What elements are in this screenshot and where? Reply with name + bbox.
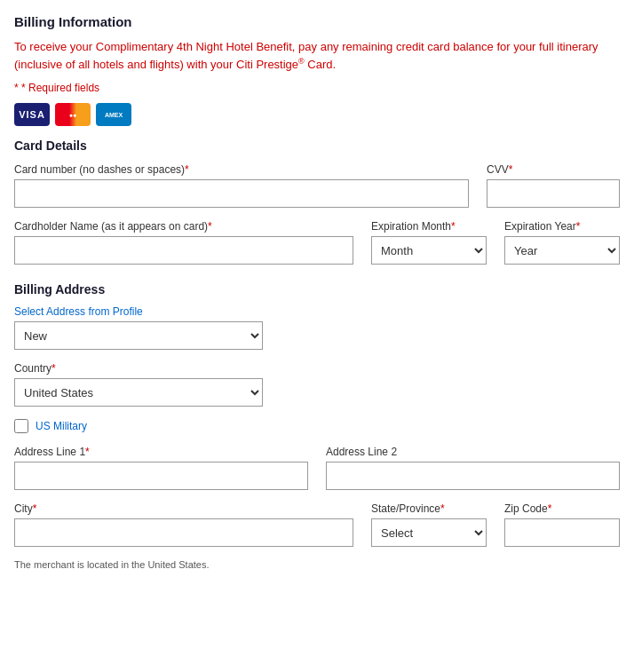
mastercard-logo: ●●: [55, 103, 91, 126]
address-line2-input[interactable]: [326, 462, 620, 490]
card-number-cvv-row: Card number (no dashes or spaces)* CVV*: [14, 163, 620, 208]
country-group: Country* United States Canada United Kin…: [14, 362, 263, 407]
country-label: Country*: [14, 362, 263, 375]
card-number-label: Card number (no dashes or spaces)*: [14, 163, 469, 176]
address-line2-group: Address Line 2: [326, 446, 620, 490]
select-address-group: Select Address from Profile New Home Wor…: [14, 305, 263, 350]
required-note: * * Required fields: [14, 82, 620, 94]
city-group: City*: [14, 502, 353, 547]
city-input[interactable]: [14, 518, 353, 547]
address-line1-input[interactable]: [14, 462, 308, 490]
city-state-zip-row: City* State/Province* Select ALAKAZAR CA…: [14, 502, 620, 547]
exp-year-group: Expiration Year* Year 202420252026 20272…: [504, 220, 620, 265]
amex-logo: AMEX: [96, 103, 131, 126]
zip-input[interactable]: [504, 518, 620, 547]
card-number-input[interactable]: [14, 179, 469, 208]
city-label: City*: [14, 502, 353, 515]
address-lines-row: Address Line 1* Address Line 2: [14, 446, 620, 490]
exp-year-select[interactable]: Year 202420252026 202720282029 2030: [504, 236, 620, 265]
cvv-input[interactable]: [487, 179, 620, 208]
address-line2-label: Address Line 2: [326, 446, 620, 458]
zip-label: Zip Code*: [504, 502, 620, 515]
cardholder-input[interactable]: [14, 236, 353, 265]
card-details-title: Card Details: [14, 138, 620, 153]
zip-group: Zip Code*: [504, 502, 620, 547]
merchant-note: The merchant is located in the United St…: [14, 559, 620, 570]
cvv-label: CVV*: [487, 163, 620, 176]
address-line1-group: Address Line 1*: [14, 446, 308, 490]
card-logos: VISA ●● AMEX: [14, 103, 620, 126]
state-group: State/Province* Select ALAKAZAR CACOCTDE…: [371, 502, 487, 547]
exp-month-group: Expiration Month* Month 010203 040506 07…: [371, 220, 487, 265]
state-label: State/Province*: [371, 502, 487, 515]
cardholder-label: Cardholder Name (as it appears on card)*: [14, 220, 353, 233]
select-address-label: Select Address from Profile: [14, 305, 263, 318]
visa-logo: VISA: [14, 103, 50, 126]
address-line1-label: Address Line 1*: [14, 446, 308, 458]
cardholder-exp-row: Cardholder Name (as it appears on card)*…: [14, 220, 620, 265]
country-select[interactable]: United States Canada United Kingdom Aust…: [14, 378, 263, 407]
cvv-group: CVV*: [487, 163, 620, 208]
page-title: Billing Information: [14, 14, 620, 29]
cardholder-group: Cardholder Name (as it appears on card)*: [14, 220, 353, 265]
address-profile-select[interactable]: New Home Work: [14, 321, 263, 350]
military-checkbox[interactable]: [14, 419, 28, 433]
military-row: US Military: [14, 419, 620, 433]
card-number-group: Card number (no dashes or spaces)*: [14, 163, 469, 208]
state-select[interactable]: Select ALAKAZAR CACOCTDE FLGAHIID ILINIA…: [371, 518, 487, 547]
billing-address-section: Billing Address Select Address from Prof…: [14, 282, 620, 570]
intro-text: To receive your Complimentary 4th Night …: [14, 38, 620, 73]
military-label[interactable]: US Military: [36, 420, 87, 432]
exp-month-select[interactable]: Month 010203 040506 070809 101112: [371, 236, 487, 265]
exp-year-label: Expiration Year*: [504, 220, 620, 233]
exp-month-label: Expiration Month*: [371, 220, 487, 233]
billing-address-title: Billing Address: [14, 282, 620, 296]
